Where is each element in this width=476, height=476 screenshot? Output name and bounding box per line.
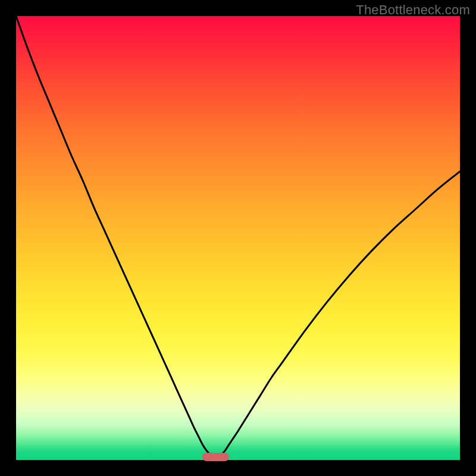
chart-plot-area	[16, 16, 460, 460]
curve-path	[16, 16, 460, 460]
chart-frame: TheBottleneck.com	[0, 0, 476, 476]
optimal-marker	[202, 453, 229, 461]
watermark-text: TheBottleneck.com	[356, 2, 470, 18]
bottleneck-curve	[16, 16, 460, 460]
